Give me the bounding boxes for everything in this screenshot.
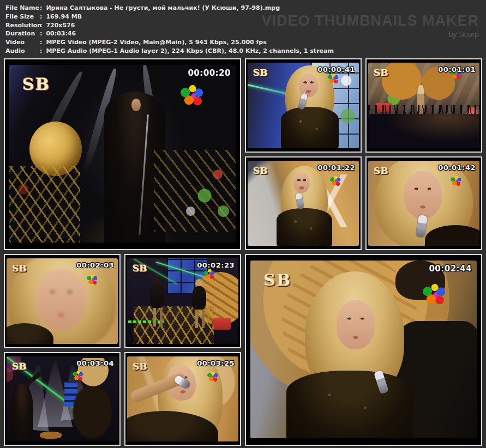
file-info-row: File Name:Ирина Салтыкова - Не грусти, м…: [5, 4, 334, 13]
timestamp-overlay: 00:03:25: [197, 359, 235, 367]
thumbnail-sheet: File Name:Ирина Салтыкова - Не грусти, м…: [0, 0, 486, 448]
field-separator: :: [40, 47, 42, 56]
crowd-silhouette: [368, 114, 479, 148]
video-thumbnail-2: SB 00:00:41: [245, 58, 362, 153]
field-label: File Name: [5, 4, 40, 13]
field-separator: :: [40, 38, 42, 47]
file-info-row: Audio:MPEG Audio (MPEG-1 Audio layer 2),…: [5, 47, 334, 56]
sb-channel-logo: SB: [374, 67, 388, 78]
thumbnail-grid: SB 00:00:20 SB 00:00:41: [4, 58, 482, 446]
video-thumbnail-10: SB 00:03:25: [124, 352, 241, 446]
show-mascot-icon: [419, 282, 449, 308]
sb-channel-logo: SB: [374, 165, 388, 176]
video-frame: SB 00:03:25: [127, 356, 238, 442]
field-separator: :: [40, 21, 42, 30]
performer-face: [35, 269, 87, 330]
video-frame: SB 00:01:22: [248, 161, 359, 246]
performer-dress: [277, 208, 332, 246]
timestamp-overlay: 00:00:20: [188, 68, 231, 78]
file-info-row: Video:MPEG Video (MPEG-2 Video, Main@Mai…: [5, 38, 334, 47]
file-info-row: File Size:169.94 MB: [5, 13, 334, 21]
field-separator: :: [40, 13, 42, 21]
sb-channel-logo: SB: [133, 263, 147, 274]
field-label: Resolution: [5, 21, 40, 30]
file-info-row: Duration:00:03:46: [5, 29, 334, 38]
timestamp-overlay: 00:01:42: [438, 164, 476, 172]
field-label: Video: [5, 38, 40, 47]
sb-channel-logo: SB: [12, 361, 27, 372]
show-mascot-icon: [328, 175, 343, 188]
file-info-row: Resolution:720x576: [5, 21, 334, 30]
performer-face: [299, 74, 318, 96]
field-separator: :: [40, 29, 42, 38]
dancer-silhouette: [11, 384, 33, 440]
sb-channel-logo: SB: [253, 67, 268, 78]
sb-channel-logo: SB: [263, 270, 291, 289]
video-frame: SB 00:02:44: [250, 261, 477, 438]
video-frame: SB 00:01:01: [368, 63, 479, 148]
performer-dress: [281, 107, 339, 148]
show-mascot-icon: [202, 268, 217, 281]
file-size-value: 169.94 MB: [46, 13, 82, 20]
video-frame: SB 00:00:20: [9, 65, 236, 243]
timestamp-overlay: 00:01:01: [438, 65, 476, 74]
show-mascot-icon: [449, 175, 463, 188]
video-thumbnail-5: SB 00:01:42: [365, 156, 482, 251]
sb-channel-logo: SB: [22, 75, 50, 94]
video-frame: SB 00:02:23: [127, 258, 238, 344]
dancer-silhouette: [189, 279, 211, 329]
video-thumbnail-6: SB 00:02:03: [4, 254, 121, 348]
sb-channel-logo: SB: [12, 263, 27, 274]
video-frame: SB 00:01:42: [368, 161, 479, 246]
duration-value: 00:03:46: [46, 30, 76, 37]
video-thumbnail-4: SB 00:01:22: [245, 156, 362, 251]
video-frame: SB 00:00:41: [248, 63, 359, 148]
file-info-panel: File Name:Ирина Салтыкова - Не грусти, м…: [5, 4, 334, 56]
show-mascot-icon: [206, 371, 220, 384]
stage-prop: [40, 432, 62, 439]
show-mascot-icon: [326, 72, 340, 86]
performer-dress: [286, 371, 413, 438]
dancer-silhouette: [147, 277, 169, 326]
show-mascot-icon: [71, 370, 85, 383]
video-thumbnail-1: SB 00:00:20: [4, 58, 241, 250]
timestamp-overlay: 00:02:03: [76, 261, 114, 269]
video-frame: SB 00:03:04: [7, 356, 118, 442]
file-name-value: Ирина Салтыкова - Не грусти, мой мальчик…: [46, 4, 280, 11]
video-thumbnail-3: SB 00:01:01: [365, 58, 482, 153]
timestamp-overlay: 00:02:23: [197, 261, 235, 269]
stage-scaffolding: [154, 150, 236, 232]
performer-face: [404, 171, 441, 219]
video-frame: SB 00:02:03: [7, 258, 118, 344]
show-mascot-icon: [85, 274, 99, 287]
sb-channel-logo: SB: [253, 165, 268, 176]
performer-face: [337, 300, 375, 349]
resolution-value: 720x576: [46, 22, 75, 29]
field-label: Duration: [5, 29, 40, 38]
performer-face: [293, 172, 310, 193]
video-codec-value: MPEG Video (MPEG-2 Video, Main@Main), 5 …: [46, 39, 266, 46]
timestamp-overlay: 00:03:04: [76, 359, 114, 367]
video-thumbnail-9: SB 00:03:04: [4, 352, 121, 446]
field-label: File Size: [5, 13, 40, 21]
stage-scaffolding: [9, 166, 80, 243]
show-mascot-icon: [177, 83, 207, 110]
sponsor-sign: [212, 318, 231, 330]
audio-codec-value: MPEG Audio (MPEG-1 Audio layer 2), 224 K…: [46, 47, 334, 55]
sb-channel-logo: SB: [133, 361, 147, 372]
timestamp-overlay: 00:02:44: [429, 264, 472, 274]
field-label: Audio: [5, 47, 40, 56]
field-separator: :: [40, 4, 42, 13]
timestamp-overlay: 00:01:22: [317, 164, 355, 172]
video-thumbnail-7: SB 00:02:23: [124, 254, 241, 348]
video-thumbnail-8: SB 00:02:44: [245, 254, 482, 446]
timestamp-overlay: 00:00:41: [317, 65, 355, 74]
